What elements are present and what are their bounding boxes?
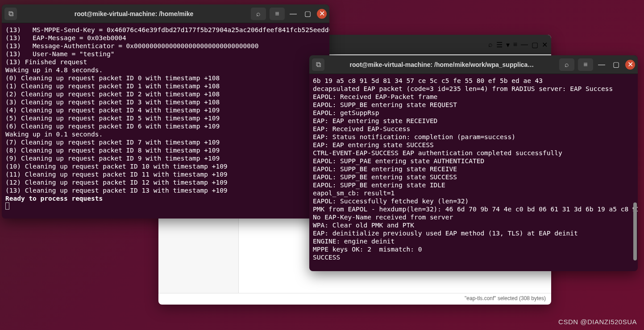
view-list-button[interactable]: ☰ [496,41,503,49]
terminal1-titlebar: ⧉ root@mike-virtual-machine: /home/mike … [2,4,329,23]
minimize-button[interactable]: — [521,41,528,49]
terminal2-titlebar: ⧉ root@mike-virtual-machine: /home/mike/… [309,55,638,74]
terminal-window-1: ⧉ root@mike-virtual-machine: /home/mike … [2,4,329,219]
minimize-button[interactable]: — [597,60,607,70]
maximize-button[interactable]: ▢ [303,9,312,19]
search-button[interactable]: ⌕ [559,58,574,71]
search-button[interactable]: ⌕ [251,8,266,20]
terminal1-output[interactable]: (13) MS-MPPE-Send-Key = 0x46076c46e39fdb… [2,23,329,219]
close-button[interactable]: ✕ [317,9,327,19]
hamburger-menu[interactable]: ≡ [513,41,517,49]
menu-button[interactable]: ≡ [270,8,285,20]
scrollbar-thumb[interactable] [633,202,637,260]
maximize-button[interactable]: ▢ [532,41,538,49]
terminal-window-2: ⧉ root@mike-virtual-machine: /home/mike/… [309,55,638,271]
files-statusbar: "eap-tls.conf" selected (308 bytes) [158,293,551,305]
maximize-button[interactable]: ▢ [611,60,621,70]
view-dropdown[interactable]: ▾ [506,41,510,49]
terminal2-title: root@mike-virtual-machine: /home/mike/wo… [328,61,556,68]
watermark: CSDN @DIANZI520SUA [558,318,637,326]
new-tab-button[interactable]: ⧉ [4,8,17,20]
search-button[interactable]: ⌕ [488,41,493,49]
terminal1-title: root@mike-virtual-machine: /home/mike [21,10,247,17]
terminal2-output[interactable]: 6b 19 a5 c8 91 5d 81 34 57 ce 5c c5 fe 5… [309,74,638,271]
menu-button[interactable]: ≡ [578,58,593,71]
close-button[interactable]: ✕ [625,60,635,70]
minimize-button[interactable]: — [288,9,298,19]
new-tab-button[interactable]: ⧉ [312,58,324,71]
close-button[interactable]: ✕ [542,41,548,49]
